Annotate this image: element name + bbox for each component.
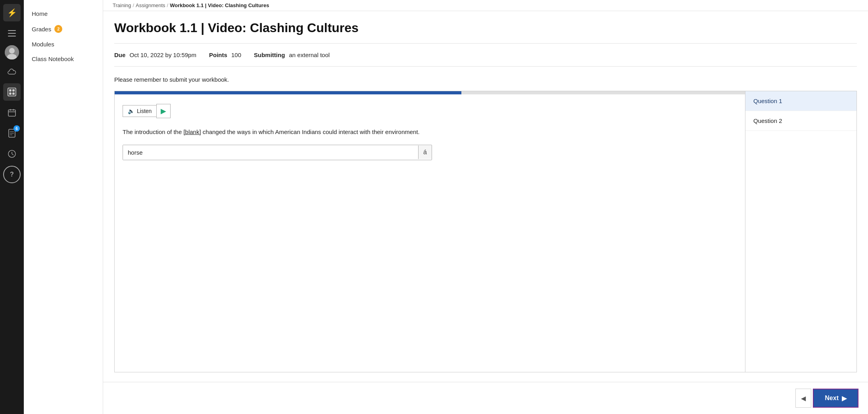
svg-point-4 bbox=[9, 48, 15, 54]
answer-input[interactable] bbox=[123, 145, 418, 160]
sidebar-item-class-notebook[interactable]: Class Notebook bbox=[24, 52, 103, 66]
svg-line-21 bbox=[12, 154, 13, 155]
main-content: Training / Assignments / Workbook 1.1 | … bbox=[103, 0, 868, 414]
svg-rect-8 bbox=[12, 89, 15, 92]
bottom-nav: ◀ Next ▶ bbox=[103, 382, 868, 414]
grades-label: Grades bbox=[32, 26, 51, 33]
modules-label: Modules bbox=[32, 41, 54, 48]
meta-row: Due Oct 10, 2022 by 10:59pm Points 100 S… bbox=[114, 47, 857, 63]
breadcrumb-training[interactable]: Training bbox=[113, 2, 131, 8]
icon-sidebar: ⚡ 6 ? bbox=[0, 0, 24, 414]
accent-button[interactable]: á bbox=[418, 146, 432, 159]
svg-rect-0 bbox=[8, 30, 16, 31]
due-label: Due Oct 10, 2022 by 10:59pm bbox=[114, 52, 196, 58]
svg-rect-1 bbox=[8, 33, 16, 34]
listen-button[interactable]: 🔈 Listen bbox=[123, 105, 156, 117]
progress-bar-fill bbox=[115, 91, 461, 94]
calendar-icon[interactable] bbox=[3, 104, 21, 121]
prev-button[interactable]: ◀ bbox=[795, 389, 811, 408]
clock-icon[interactable] bbox=[3, 145, 21, 163]
doc-icon[interactable]: 6 bbox=[3, 125, 21, 142]
play-icon: ▶ bbox=[161, 107, 166, 115]
sidebar-item-grades[interactable]: Grades 2 bbox=[24, 21, 103, 37]
quiz-body: 🔈 Listen ▶ The introduction of the [blan… bbox=[115, 94, 745, 372]
quiz-main: 🔈 Listen ▶ The introduction of the [blan… bbox=[115, 91, 745, 372]
breadcrumb-current: Workbook 1.1 | Video: Clashing Cultures bbox=[170, 2, 269, 8]
grades-badge: 2 bbox=[54, 25, 62, 33]
doc-badge: 6 bbox=[13, 125, 20, 132]
sidebar-item-home[interactable]: Home bbox=[24, 6, 103, 21]
page-title: Workbook 1.1 | Video: Clashing Cultures bbox=[114, 21, 857, 35]
breadcrumb-assignments[interactable]: Assignments bbox=[136, 2, 165, 8]
avatar-icon[interactable] bbox=[5, 45, 19, 59]
svg-rect-11 bbox=[8, 110, 15, 116]
prev-icon: ◀ bbox=[801, 395, 806, 402]
question-2-label: Question 2 bbox=[753, 117, 782, 124]
next-button[interactable]: Next ▶ bbox=[813, 389, 858, 408]
notice-text: Please remember to submit your workbook. bbox=[114, 76, 857, 83]
breadcrumb: Training / Assignments / Workbook 1.1 | … bbox=[103, 0, 868, 11]
sidebar-item-modules[interactable]: Modules bbox=[24, 37, 103, 52]
next-arrow-icon: ▶ bbox=[842, 395, 847, 402]
title-divider bbox=[114, 43, 857, 44]
home-label: Home bbox=[32, 10, 48, 17]
play-button[interactable]: ▶ bbox=[156, 104, 171, 118]
breadcrumb-sep-1: / bbox=[133, 2, 134, 8]
submitting-label: Submitting an external tool bbox=[254, 52, 330, 58]
question-text-before: The introduction of the bbox=[123, 128, 183, 135]
next-label: Next bbox=[825, 395, 839, 402]
quiz-question-sidebar: Question 1 Question 2 bbox=[745, 91, 856, 372]
listen-bar: 🔈 Listen ▶ bbox=[123, 104, 737, 118]
svg-rect-9 bbox=[9, 92, 12, 95]
content-area: Workbook 1.1 | Video: Clashing Cultures … bbox=[103, 11, 868, 382]
class-notebook-label: Class Notebook bbox=[32, 56, 74, 62]
nav-sidebar: Home Grades 2 Modules Class Notebook bbox=[24, 0, 103, 414]
question-text: The introduction of the [blank] changed … bbox=[123, 128, 737, 137]
cloud-icon[interactable] bbox=[3, 63, 21, 80]
breadcrumb-sep-2: / bbox=[167, 2, 169, 8]
hamburger-icon[interactable] bbox=[3, 25, 21, 42]
progress-bar-container bbox=[115, 91, 745, 94]
svg-rect-7 bbox=[9, 89, 12, 92]
meta-divider bbox=[114, 66, 857, 67]
bolt-icon[interactable]: ⚡ bbox=[3, 4, 21, 21]
speaker-icon: 🔈 bbox=[128, 108, 134, 114]
question-1-label: Question 1 bbox=[753, 98, 782, 104]
svg-rect-6 bbox=[8, 88, 16, 96]
question-text-after: changed the ways in which American India… bbox=[201, 128, 420, 135]
question-item-1[interactable]: Question 1 bbox=[745, 91, 856, 111]
question-item-2[interactable]: Question 2 bbox=[745, 111, 856, 131]
help-icon[interactable]: ? bbox=[3, 166, 21, 183]
answer-input-row: á bbox=[123, 145, 432, 160]
listen-label: Listen bbox=[137, 108, 152, 114]
points-label: Points 100 bbox=[209, 52, 241, 58]
quiz-icon[interactable] bbox=[3, 83, 21, 101]
svg-rect-2 bbox=[8, 36, 16, 36]
blank-word: [blank] bbox=[183, 128, 201, 135]
svg-rect-10 bbox=[12, 92, 15, 95]
quiz-container: 🔈 Listen ▶ The introduction of the [blan… bbox=[114, 91, 857, 372]
